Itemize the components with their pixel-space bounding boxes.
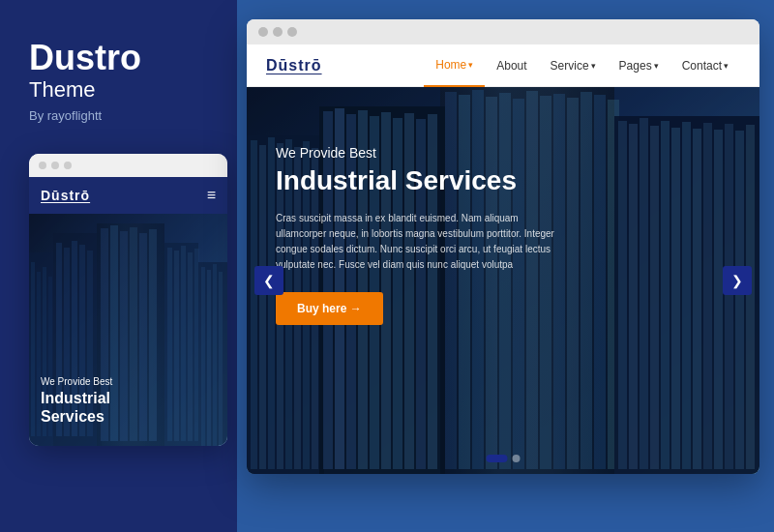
nav-items: Home ▾ About Service ▾ Pages ▾ Contact ▾: [424, 44, 740, 87]
nav-contact-arrow: ▾: [724, 61, 729, 71]
desktop-logo: Dūstrō: [266, 57, 322, 74]
nav-item-about[interactable]: About: [485, 44, 538, 87]
hero-dots: [487, 455, 521, 462]
mobile-hero-title: IndustrialServices: [41, 389, 216, 426]
nav-home-label: Home: [435, 58, 466, 72]
desktop-titlebar: [247, 19, 759, 44]
left-panel: Dustro Theme By rayoflightt Dūstrō ≡: [0, 0, 237, 532]
mobile-dot-3: [64, 162, 72, 169]
mobile-hero-subtitle: We Provide Best: [41, 376, 216, 387]
mobile-hero: We Provide Best IndustrialServices: [29, 214, 227, 446]
mobile-navbar: Dūstrō ≡: [29, 177, 227, 214]
mobile-dot-1: [39, 162, 46, 169]
nav-pages-arrow: ▾: [654, 61, 659, 71]
hero-dot-2[interactable]: [513, 455, 521, 462]
desktop-dot-1: [258, 27, 268, 37]
hero-dot-1[interactable]: [487, 455, 508, 462]
brand-subtitle: Theme: [29, 77, 208, 103]
mobile-dot-2: [51, 162, 59, 169]
desktop-dot-3: [287, 27, 297, 37]
brand-title: Dustro: [29, 39, 208, 77]
right-panel: Dūstrō Home ▾ About Service ▾ Pages ▾: [237, 0, 774, 532]
mobile-hero-content: We Provide Best IndustrialServices: [41, 376, 216, 426]
nav-home-arrow: ▾: [468, 60, 473, 70]
prev-arrow-icon: ❮: [263, 273, 275, 288]
nav-about-label: About: [496, 59, 526, 73]
hero-prev-button[interactable]: ❮: [254, 266, 283, 295]
brand-author: By rayoflightt: [29, 108, 208, 123]
buy-here-button[interactable]: Buy here →: [276, 292, 383, 325]
hamburger-icon[interactable]: ≡: [207, 187, 216, 204]
nav-service-arrow: ▾: [591, 61, 596, 71]
mobile-titlebar: [29, 154, 227, 177]
hero-title: Industrial Services: [276, 164, 663, 197]
nav-contact-label: Contact: [682, 59, 722, 73]
desktop-navbar: Dūstrō Home ▾ About Service ▾ Pages ▾: [247, 44, 759, 87]
nav-pages-label: Pages: [619, 59, 652, 73]
hero-subtitle: We Provide Best: [276, 145, 663, 161]
nav-item-pages[interactable]: Pages ▾: [608, 44, 670, 87]
desktop-hero: ❮ ❯ We Provide Best Industrial Services …: [247, 87, 759, 474]
mobile-logo: Dūstrō: [41, 188, 90, 203]
desktop-mockup: Dūstrō Home ▾ About Service ▾ Pages ▾: [247, 19, 759, 474]
nav-item-contact[interactable]: Contact ▾: [670, 44, 740, 87]
next-arrow-icon: ❯: [731, 273, 743, 288]
hero-content: We Provide Best Industrial Services Cras…: [276, 145, 663, 325]
nav-item-home[interactable]: Home ▾: [424, 44, 485, 87]
nav-item-service[interactable]: Service ▾: [539, 44, 608, 87]
nav-service-label: Service: [551, 59, 589, 73]
desktop-dot-2: [273, 27, 283, 37]
mobile-mockup: Dūstrō ≡: [29, 154, 227, 446]
hero-description: Cras suscipit massa in ex blandit euisme…: [276, 211, 556, 273]
hero-next-button[interactable]: ❯: [723, 266, 752, 295]
